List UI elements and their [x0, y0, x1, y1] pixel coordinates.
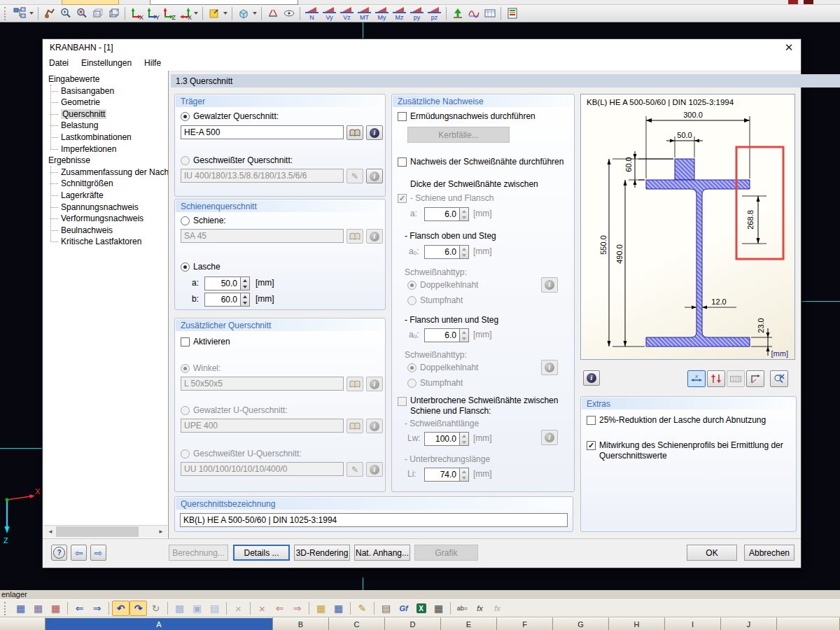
- result-py-icon[interactable]: py: [408, 6, 426, 21]
- view-z-icon[interactable]: Z: [160, 6, 176, 21]
- rendering-button[interactable]: 3D-Rendering: [294, 545, 350, 561]
- tree-item-querschnitt[interactable]: Querschnitt: [44, 108, 168, 120]
- render-icon[interactable]: [41, 6, 57, 21]
- result-pz-icon[interactable]: pz: [426, 6, 443, 21]
- cancel-button[interactable]: Abbrechen: [744, 545, 794, 561]
- chevron-down-icon[interactable]: [194, 12, 198, 15]
- column-header-i[interactable]: I: [665, 617, 721, 630]
- column-header-d[interactable]: D: [385, 617, 441, 630]
- column-header-f[interactable]: F: [497, 617, 553, 630]
- zoom-section-button[interactable]: [770, 370, 788, 387]
- schiene-radio[interactable]: [181, 216, 190, 225]
- column-header-c[interactable]: C: [329, 617, 385, 630]
- fatigue-checkbox[interactable]: [398, 112, 407, 121]
- formula-icon[interactable]: fx: [471, 601, 489, 616]
- info-button[interactable]: i: [366, 169, 383, 183]
- notebook-icon[interactable]: ▤: [377, 601, 395, 616]
- zoom-in-icon[interactable]: [57, 6, 74, 21]
- tree-item-verformungsnachweis[interactable]: Verformungsnachweis: [44, 213, 168, 225]
- toolbar-grip[interactable]: [4, 7, 8, 20]
- lasche-b-field[interactable]: 60.0: [204, 293, 241, 307]
- nat-anhang-button[interactable]: Nat. Anhang...: [354, 545, 410, 561]
- library-button[interactable]: [346, 125, 363, 140]
- table-import-icon[interactable]: ▦: [12, 601, 29, 616]
- rolled-section-radio[interactable]: [181, 112, 190, 121]
- tree-item-beulnachweis[interactable]: Beulnachweis: [44, 225, 168, 237]
- isometric-view-icon[interactable]: [90, 6, 106, 21]
- view-table-icon[interactable]: ▦: [330, 601, 347, 616]
- tree-item-basisangaben[interactable]: Basisangaben: [44, 85, 168, 97]
- tree-item-geometrie[interactable]: Geometrie: [44, 97, 168, 108]
- tree-root-ergebnisse[interactable]: Ergebnisse: [44, 155, 168, 167]
- redo-icon[interactable]: ↷: [130, 601, 147, 616]
- corner-cell[interactable]: [0, 617, 46, 630]
- dimension-angle-button[interactable]: [746, 370, 764, 387]
- result-vz-icon[interactable]: Vz: [338, 6, 356, 21]
- dimension-vertical-button[interactable]: [707, 370, 725, 387]
- 3d-rendering-icon[interactable]: [235, 6, 251, 21]
- new-model-icon[interactable]: [12, 6, 28, 21]
- nav-back-button[interactable]: ⇦: [71, 545, 87, 561]
- menu-hilfe[interactable]: Hilfe: [138, 58, 167, 68]
- weld-check-checkbox[interactable]: [398, 158, 407, 167]
- tree-item-spannungsnachweis[interactable]: Spannungsnachweis: [44, 202, 168, 214]
- abc-rename-icon[interactable]: ab=: [454, 601, 471, 616]
- visibility-icon[interactable]: [281, 6, 297, 21]
- excel-export-icon[interactable]: X: [412, 601, 430, 616]
- close-icon[interactable]: ✕: [781, 41, 797, 54]
- table-chart-icon[interactable]: ▦: [29, 601, 47, 616]
- toolbar-grip[interactable]: [4, 602, 8, 615]
- tree-item-kritische-lastfaktoren[interactable]: Kritische Lastfaktoren: [44, 236, 168, 248]
- column-header-j[interactable]: J: [721, 617, 777, 630]
- rail-contribution-checkbox[interactable]: ✓: [587, 441, 596, 450]
- select-table-icon[interactable]: ▦: [312, 601, 330, 616]
- prev-table-icon[interactable]: ⇐: [71, 601, 88, 616]
- tree-item-zusammenfassung[interactable]: Zusammenfassung der Nachweise: [44, 167, 168, 178]
- scroll-right-icon[interactable]: ►: [155, 526, 167, 537]
- bezeichnung-field[interactable]: KB(L) HE A 500-50/60 | DIN 1025-3:1994: [180, 513, 568, 527]
- dialog-titlebar[interactable]: KRANBAHN - [1] ✕: [43, 39, 801, 55]
- zoom-out-icon[interactable]: [74, 6, 90, 21]
- chevron-down-icon[interactable]: [253, 12, 257, 15]
- next-table-icon[interactable]: ⇒: [88, 601, 106, 616]
- reduction-checkbox[interactable]: [587, 416, 596, 425]
- result-mt-icon[interactable]: MT: [356, 6, 373, 21]
- table-results-icon[interactable]: ▦: [47, 601, 64, 616]
- menu-datei[interactable]: Datei: [43, 58, 75, 68]
- scrollbar-thumb[interactable]: [56, 526, 139, 537]
- aktivieren-checkbox[interactable]: [181, 337, 190, 346]
- tables-icon[interactable]: [482, 6, 498, 21]
- info-button[interactable]: i: [583, 370, 600, 386]
- graph-export-icon[interactable]: Gf: [395, 601, 412, 616]
- selection-icon[interactable]: [206, 6, 222, 21]
- help-button[interactable]: ?: [51, 545, 67, 561]
- lasche-a-stepper[interactable]: [241, 276, 250, 290]
- tree-hscrollbar[interactable]: ◄ ►: [44, 525, 167, 538]
- column-header-h[interactable]: H: [609, 617, 665, 630]
- column-header-b[interactable]: B: [273, 617, 329, 630]
- tree-item-schnittgroessen[interactable]: Schnittgrößen: [44, 178, 168, 190]
- welded-section-radio[interactable]: [181, 156, 190, 165]
- table-window-title[interactable]: enlager: [0, 590, 840, 599]
- result-mz-icon[interactable]: Mz: [391, 6, 408, 21]
- influence-line-icon[interactable]: [465, 6, 482, 21]
- edit-comment-icon[interactable]: ✎: [354, 601, 371, 616]
- details-button[interactable]: Details ...: [233, 545, 290, 561]
- tree-item-lagerkraefte[interactable]: Lagerkräfte: [44, 190, 168, 202]
- lasche-b-stepper[interactable]: [241, 293, 250, 307]
- measure-icon[interactable]: [265, 6, 281, 21]
- result-my-icon[interactable]: My: [373, 6, 391, 21]
- undo-icon[interactable]: ↶: [112, 601, 130, 616]
- dimension-x-button[interactable]: x: [687, 370, 706, 387]
- menu-einstellungen[interactable]: Einstellungen: [75, 58, 138, 68]
- column-header-g[interactable]: G: [553, 617, 609, 630]
- result-n-icon[interactable]: N: [303, 6, 321, 21]
- tree-root-eingabewerte[interactable]: Eingabewerte: [44, 74, 168, 85]
- chevron-down-icon[interactable]: [29, 12, 34, 15]
- view-x-icon[interactable]: X: [128, 6, 144, 21]
- support-icon[interactable]: [449, 6, 465, 21]
- tree-item-belastung[interactable]: Belastung: [44, 120, 168, 132]
- scroll-left-icon[interactable]: ◄: [45, 526, 56, 537]
- lasche-a-field[interactable]: 50.0: [204, 276, 241, 290]
- view-y-icon[interactable]: Y: [144, 6, 160, 21]
